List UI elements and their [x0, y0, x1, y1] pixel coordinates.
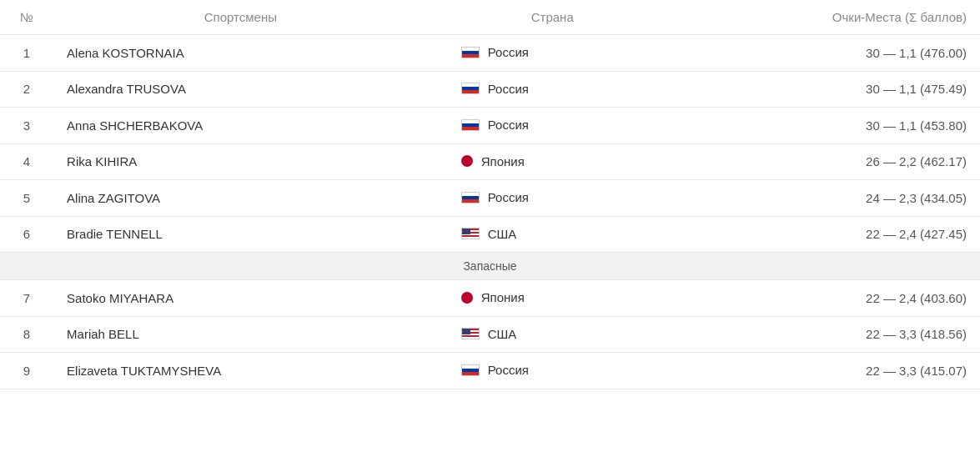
country-flag-label: Россия [461, 118, 529, 132]
header-number: № [0, 0, 53, 35]
athlete-cell: Alena KOSTORNAIA [53, 35, 428, 72]
flag-russia-icon [461, 83, 480, 94]
athlete-cell: Elizaveta TUKTAMYSHEVA [53, 353, 428, 389]
country-flag-label: Россия [461, 190, 529, 204]
country-flag-label: Япония [461, 154, 525, 168]
athlete-cell: Mariah BELL [53, 316, 428, 353]
flag-usa-icon [461, 328, 480, 339]
score-cell: 22 — 2,4 (427.45) [677, 216, 980, 253]
score-cell: 26 — 2,2 (462.17) [677, 143, 980, 180]
athlete-cell: Rika KIHIRA [53, 143, 428, 180]
country-name: США [488, 327, 517, 341]
table-row: 8 Mariah BELL США 22 — 3,3 (418.56) [0, 316, 980, 353]
country-cell: Россия [428, 108, 677, 144]
country-name: Россия [488, 363, 529, 377]
score-cell: 30 — 1,1 (475.49) [677, 71, 980, 108]
separator-label: Запасные [0, 253, 980, 280]
score-cell: 22 — 3,3 (415.07) [677, 353, 980, 389]
country-name: Россия [488, 45, 529, 59]
table-row: 9 Elizaveta TUKTAMYSHEVA Россия 22 — 3,3… [0, 353, 980, 389]
country-name: США [488, 227, 517, 241]
athlete-cell: Anna SHCHERBAKOVA [53, 108, 428, 144]
country-flag-label: США [461, 227, 517, 241]
country-name: Япония [481, 154, 525, 168]
table-row: 2 Alexandra TRUSOVA Россия 30 — 1,1 (475… [0, 71, 980, 108]
flag-russia-icon [461, 119, 480, 131]
table-row: 4 Rika KIHIRA Япония 26 — 2,2 (462.17) [0, 143, 980, 180]
rank-cell: 4 [0, 143, 53, 180]
country-cell: Россия [428, 353, 677, 389]
country-cell: США [428, 216, 677, 253]
country-flag-label: Япония [461, 290, 525, 304]
table-header-row: № Спортсмены Страна Очки-Места (Σ баллов… [0, 0, 980, 35]
country-cell: Россия [428, 35, 677, 72]
separator-row: Запасные [0, 253, 980, 280]
table-row: 6 Bradie TENNELL США 22 — 2,4 (427.45) [0, 216, 980, 253]
rank-cell: 6 [0, 216, 53, 253]
flag-russia-icon [461, 47, 480, 58]
country-flag-label: Россия [461, 82, 529, 96]
header-points: Очки-Места (Σ баллов) [677, 0, 980, 35]
table-row: 3 Anna SHCHERBAKOVA Россия 30 — 1,1 (453… [0, 108, 980, 144]
athlete-cell: Alexandra TRUSOVA [53, 71, 428, 108]
flag-japan-icon [461, 155, 473, 167]
country-flag-label: Россия [461, 363, 529, 377]
standings-table-container: № Спортсмены Страна Очки-Места (Σ баллов… [0, 0, 980, 389]
rank-cell: 1 [0, 35, 53, 72]
rank-cell: 8 [0, 316, 53, 353]
score-cell: 22 — 3,3 (418.56) [677, 316, 980, 353]
athlete-cell: Bradie TENNELL [53, 216, 428, 253]
country-name: Россия [488, 190, 529, 204]
header-country: Страна [428, 0, 677, 35]
standings-table: № Спортсмены Страна Очки-Места (Σ баллов… [0, 0, 980, 389]
rank-cell: 5 [0, 180, 53, 217]
table-row: 5 Alina ZAGITOVA Россия 24 — 2,3 (434.05… [0, 180, 980, 217]
athlete-cell: Alina ZAGITOVA [53, 180, 428, 217]
rank-cell: 3 [0, 108, 53, 144]
header-athletes: Спортсмены [53, 0, 428, 35]
flag-usa-icon [461, 228, 480, 239]
rank-cell: 2 [0, 71, 53, 108]
flag-russia-icon [461, 364, 480, 376]
rank-cell: 9 [0, 353, 53, 389]
table-row: 7 Satoko MIYAHARA Япония 22 — 2,4 (403.6… [0, 280, 980, 317]
country-cell: Россия [428, 180, 677, 217]
country-cell: Россия [428, 71, 677, 108]
score-cell: 30 — 1,1 (453.80) [677, 108, 980, 144]
country-name: Россия [488, 82, 529, 96]
country-cell: США [428, 316, 677, 353]
country-name: Россия [488, 118, 529, 132]
country-cell: Япония [428, 143, 677, 180]
score-cell: 24 — 2,3 (434.05) [677, 180, 980, 217]
table-row: 1 Alena KOSTORNAIA Россия 30 — 1,1 (476.… [0, 35, 980, 72]
country-cell: Япония [428, 280, 677, 317]
country-flag-label: США [461, 327, 517, 341]
score-cell: 22 — 2,4 (403.60) [677, 280, 980, 317]
country-flag-label: Россия [461, 45, 529, 59]
flag-japan-icon [461, 292, 473, 304]
flag-russia-icon [461, 192, 480, 203]
rank-cell: 7 [0, 280, 53, 317]
athlete-cell: Satoko MIYAHARA [53, 280, 428, 317]
score-cell: 30 — 1,1 (476.00) [677, 35, 980, 72]
country-name: Япония [481, 290, 525, 304]
